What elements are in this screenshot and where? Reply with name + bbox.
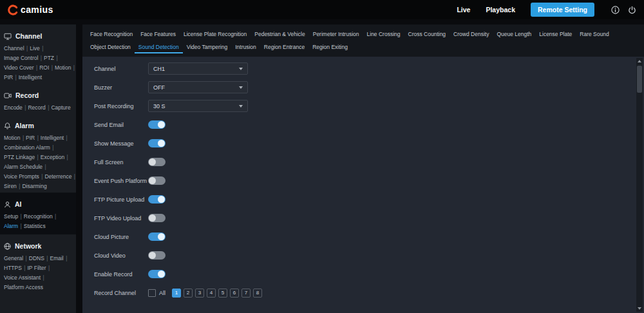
info-icon[interactable]	[611, 6, 620, 14]
sidebar-item-email[interactable]: Email	[50, 255, 68, 261]
sidebar-section-alarm: Alarm MotionPIRIntelligent Combination A…	[0, 114, 76, 193]
arrow-down-icon[interactable]	[636, 305, 643, 312]
monitor-icon	[4, 33, 12, 40]
row-send-email: Send Email	[94, 115, 644, 134]
tab-rare-sound[interactable]: Rare Sound	[576, 28, 612, 41]
tab-face-recognition[interactable]: Face Recognition	[86, 28, 137, 41]
cloud-video-toggle[interactable]	[148, 251, 166, 260]
sidebar-item-alarm-schedule[interactable]: Alarm Schedule	[4, 164, 47, 170]
tab-region-entrance[interactable]: Region Entrance	[260, 41, 308, 53]
sidebar-item-disarming[interactable]: Disarming	[22, 183, 48, 189]
post-recording-select[interactable]: 30 S	[148, 100, 248, 112]
sidebar-item-deterrence[interactable]: Deterrence	[44, 173, 76, 180]
channel-button-7[interactable]: 7	[242, 289, 251, 298]
select-value: CH1	[153, 66, 239, 72]
event-push-platform-toggle[interactable]	[148, 176, 166, 185]
nav-live[interactable]: Live	[457, 6, 470, 14]
sidebar-item-recognition[interactable]: Recognition	[24, 213, 57, 220]
field-label: Enable Record	[94, 271, 148, 278]
sidebar-item-pir[interactable]: PIR	[4, 74, 17, 81]
nav-remote-setting[interactable]: Remote Setting	[531, 3, 594, 17]
sidebar-item-video-cover[interactable]: Video Cover	[4, 64, 38, 71]
tab-line-crossing[interactable]: Line Crossing	[363, 28, 404, 41]
sidebar-header-ai[interactable]: AI	[0, 193, 76, 212]
sidebar-item-ip-filter[interactable]: IP Filter	[27, 265, 50, 271]
sidebar-item-combination-alarm[interactable]: Combination Alarm	[4, 144, 54, 151]
tab-face-features[interactable]: Face Features	[137, 28, 180, 41]
field-label: Send Email	[94, 122, 148, 128]
tab-intrusion[interactable]: Intrusion	[231, 41, 260, 53]
scrollbar[interactable]	[636, 58, 643, 312]
sidebar-item-exception[interactable]: Exception	[41, 154, 69, 160]
sidebar-item-roi[interactable]: ROI	[39, 64, 53, 71]
show-message-toggle[interactable]	[148, 139, 166, 147]
tab-license-plate[interactable]: License Plate	[535, 28, 576, 41]
scrollbar-thumb[interactable]	[637, 66, 642, 93]
tab-object-detection[interactable]: Object Detection	[86, 41, 135, 53]
toggle-knob	[149, 158, 156, 166]
buzzer-select[interactable]: OFF	[148, 81, 248, 93]
channel-button-3[interactable]: 3	[195, 289, 204, 298]
channel-select[interactable]: CH1	[148, 62, 248, 75]
tab-video-tampering[interactable]: Video Tampering	[183, 41, 231, 53]
sidebar-item-motion[interactable]: Motion	[55, 64, 75, 71]
sidebar-item-ptz-linkage[interactable]: PTZ Linkage	[4, 154, 39, 160]
sidebar-item-motion-alarm[interactable]: Motion	[4, 135, 24, 141]
ai-icon	[4, 201, 11, 208]
nav-playback[interactable]: Playback	[486, 6, 515, 14]
sidebar-item-general[interactable]: General	[4, 255, 28, 261]
cloud-picture-toggle[interactable]	[148, 232, 166, 241]
tab-queue-length[interactable]: Queue Length	[493, 28, 535, 41]
sidebar-item-live[interactable]: Live	[30, 45, 44, 52]
ftp-picture-upload-toggle[interactable]	[148, 195, 166, 204]
sidebar-section-ai: AI SetupRecognition AlarmStatistics	[0, 193, 76, 234]
sidebar-header-record[interactable]: Record	[0, 84, 76, 103]
channel-button-1[interactable]: 1	[172, 289, 181, 298]
tab-perimeter-intrusion[interactable]: Perimeter Intrusion	[309, 28, 363, 41]
sidebar-item-capture[interactable]: Capture	[51, 104, 71, 111]
sidebar-item-voice-prompts[interactable]: Voice Prompts	[4, 173, 43, 180]
sidebar-header-network[interactable]: Network	[0, 234, 76, 254]
sidebar-item-pir-alarm[interactable]: PIR	[26, 135, 39, 141]
tab-region-exiting[interactable]: Region Exiting	[308, 41, 352, 53]
sidebar-item-voice-assistant[interactable]: Voice Assistant	[4, 274, 45, 281]
sidebar-item-statistics[interactable]: Statistics	[24, 223, 47, 229]
sidebar-item-record[interactable]: Record	[28, 104, 50, 111]
ftp-video-upload-toggle[interactable]	[148, 214, 166, 222]
channel-button-8[interactable]: 8	[253, 289, 262, 298]
channel-button-5[interactable]: 5	[218, 289, 227, 298]
sidebar-item-channel[interactable]: Channel	[4, 45, 28, 52]
field-label: FTP Picture Upload	[94, 196, 148, 203]
sidebar-item-intelligent-alarm[interactable]: Intelligent	[41, 135, 68, 141]
tab-cross-counting[interactable]: Cross Counting	[404, 28, 450, 41]
sidebar-item-encode[interactable]: Encode	[4, 104, 26, 111]
tab-crowd-density[interactable]: Crowd Density	[450, 28, 493, 41]
channel-button-4[interactable]: 4	[207, 289, 216, 298]
send-email-toggle[interactable]	[148, 120, 166, 129]
sidebar-item-https[interactable]: HTTPS	[4, 265, 26, 271]
row-event-push-platform: Event Push Platform	[94, 171, 644, 190]
sidebar-item-ai-alarm[interactable]: Alarm	[4, 223, 23, 229]
chevron-down-icon	[239, 68, 243, 70]
sidebar-item-ddns[interactable]: DDNS	[29, 255, 49, 261]
field-label: Channel	[94, 66, 148, 72]
sidebar-item-siren[interactable]: Siren	[4, 183, 21, 189]
arrow-up-icon[interactable]	[636, 58, 643, 64]
sidebar-header-channel[interactable]: Channel	[0, 24, 76, 44]
sidebar-item-intelligent[interactable]: Intelligent	[19, 74, 43, 81]
enable-record-toggle[interactable]	[148, 270, 166, 278]
field-label: Event Push Platform	[94, 178, 148, 184]
tab-sound-detection[interactable]: Sound Detection	[135, 41, 183, 53]
all-channels-checkbox[interactable]	[148, 289, 156, 297]
sidebar-item-setup[interactable]: Setup	[4, 213, 23, 220]
sidebar-item-image-control[interactable]: Image Control	[4, 55, 43, 61]
channel-button-6[interactable]: 6	[230, 289, 239, 298]
channel-button-2[interactable]: 2	[184, 289, 193, 298]
full-screen-toggle[interactable]	[148, 158, 166, 166]
sidebar-item-platform-access[interactable]: Platform Access	[4, 284, 44, 290]
tab-pedestrian-vehicle[interactable]: Pedestrian & Vehicle	[251, 28, 308, 41]
sidebar-header-alarm[interactable]: Alarm	[0, 114, 76, 133]
power-icon[interactable]	[628, 6, 636, 14]
tab-license-plate-recognition[interactable]: License Plate Recognition	[180, 28, 251, 41]
sidebar-item-ptz[interactable]: PTZ	[44, 55, 59, 61]
